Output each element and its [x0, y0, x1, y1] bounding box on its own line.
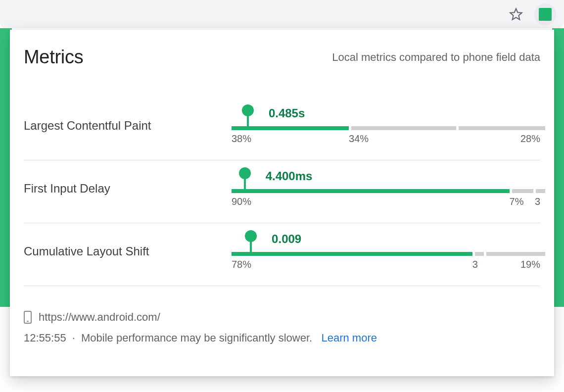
pct-poor: 28% — [520, 133, 540, 145]
pct-good: 78% — [232, 259, 251, 270]
url-row: https://www.android.com/ — [24, 311, 540, 324]
metric-name: First Input Delay — [24, 182, 232, 196]
star-icon — [509, 7, 523, 22]
segment-good — [232, 252, 472, 256]
metric-track-cls: 0.009 78% 3 19% — [232, 239, 540, 264]
segment-needs-improvement — [351, 126, 456, 130]
metric-row-cls: Cumulative Layout Shift 0.009 78% 3 19% — [24, 223, 540, 286]
pct-good: 38% — [232, 133, 251, 145]
browser-toolbar — [0, 0, 564, 28]
pct-ni: 34% — [349, 133, 369, 145]
panel-footer: https://www.android.com/ 12:55:55 · Mobi… — [24, 311, 540, 344]
metric-name: Cumulative Layout Shift — [24, 245, 232, 258]
metric-row-lcp: Largest Contentful Paint 0.485s 38% 34% … — [24, 98, 540, 160]
segment-needs-improvement — [512, 189, 534, 193]
metric-local-value: 0.485s — [269, 106, 305, 120]
segment-needs-improvement — [475, 252, 484, 256]
extension-badge-button[interactable] — [534, 3, 556, 25]
pct-poor: 3 — [535, 196, 540, 207]
segment-good — [232, 189, 510, 193]
metric-local-value: 4.400ms — [266, 169, 313, 183]
panel-title: Metrics — [24, 47, 83, 68]
pct-ni: 7% — [510, 196, 524, 207]
pct-good: 90% — [232, 196, 251, 207]
metric-row-fid: First Input Delay 4.400ms 90% 7% 3 — [24, 160, 540, 223]
footer-timestamp: 12:55:55 — [24, 332, 66, 344]
footer-note: Mobile performance may be significantly … — [81, 332, 312, 344]
footer-note-row: 12:55:55 · Mobile performance may be sig… — [24, 332, 540, 344]
segment-poor — [486, 252, 545, 256]
segment-poor — [536, 189, 545, 193]
phone-icon — [24, 311, 32, 324]
distribution-bar — [232, 189, 540, 193]
bookmark-star-button[interactable] — [508, 6, 524, 23]
distribution-bar — [232, 252, 540, 256]
page-url: https://www.android.com/ — [39, 311, 160, 324]
segment-poor — [459, 126, 545, 130]
pct-ni: 3 — [472, 259, 478, 270]
segment-good — [232, 126, 349, 130]
metrics-panel: Metrics Local metrics compared to phone … — [10, 30, 554, 376]
panel-header: Metrics Local metrics compared to phone … — [24, 47, 540, 68]
metric-name: Largest Contentful Paint — [24, 119, 232, 133]
distribution-bar — [232, 126, 540, 130]
pct-poor: 19% — [520, 259, 540, 270]
panel-subtitle: Local metrics compared to phone field da… — [332, 51, 540, 64]
metric-track-lcp: 0.485s 38% 34% 28% — [232, 113, 540, 138]
separator: · — [72, 332, 75, 344]
metric-local-value: 0.009 — [272, 232, 301, 246]
metric-track-fid: 4.400ms 90% 7% 3 — [232, 176, 540, 201]
learn-more-link[interactable]: Learn more — [321, 332, 377, 344]
extension-status-icon — [539, 8, 552, 21]
